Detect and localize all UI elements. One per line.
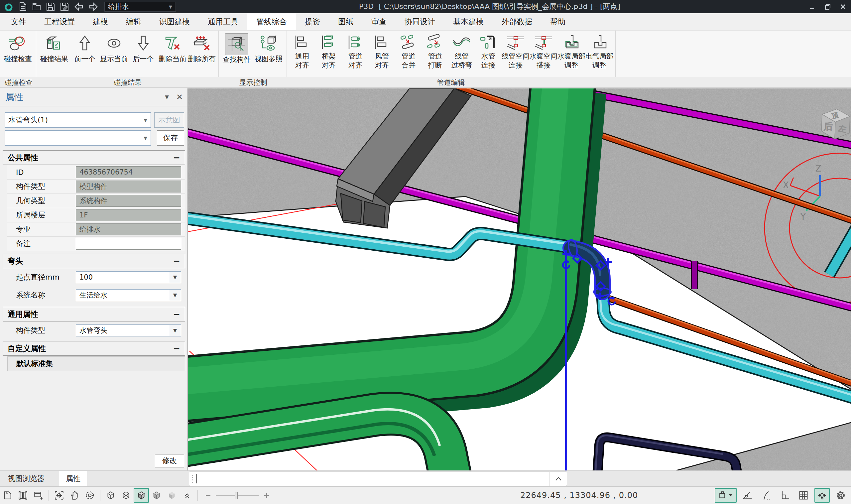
chevron-down-icon[interactable]: ▼	[169, 272, 181, 283]
hvac-space-overlap-button[interactable]: 水暖空间 搭接	[529, 32, 558, 70]
collision-results-button[interactable]: 碰撞结果	[38, 32, 70, 64]
expand-toolbar-icon[interactable]	[180, 488, 195, 503]
new-view-icon[interactable]	[0, 488, 15, 503]
selection-combo[interactable]: 水管弯头(1)▼	[5, 112, 151, 128]
default-standard-set-row[interactable]: 默认标准集	[7, 356, 185, 371]
start-diameter-combo[interactable]: 100▼	[76, 271, 181, 283]
remark-input[interactable]	[76, 238, 181, 250]
close-button[interactable]	[840, 3, 846, 10]
standard-set-combo[interactable]: ▼	[5, 130, 151, 146]
general-align-button[interactable]: 通用 对齐	[289, 32, 315, 70]
view-shaded-icon[interactable]	[149, 488, 164, 503]
section-common-properties[interactable]: 公共属性−	[3, 150, 185, 165]
ortho-mode-icon[interactable]	[777, 488, 793, 503]
hvac-local-adjust-button[interactable]: 水暖局部 调整	[558, 32, 585, 70]
view-cube-front-label[interactable]: 后	[823, 121, 833, 132]
delete-current-button[interactable]: 删除当前	[158, 32, 187, 64]
grid-display-icon[interactable]	[796, 488, 811, 503]
menu-review[interactable]: 审查	[362, 13, 396, 30]
view-hidden-line-icon[interactable]	[118, 488, 134, 503]
pan-icon[interactable]	[67, 488, 82, 503]
menu-file[interactable]: 文件	[2, 13, 35, 30]
previous-collision-button[interactable]: 前一个	[70, 32, 99, 64]
pipe-align-button[interactable]: 管道 对齐	[342, 32, 369, 70]
system-name-combo[interactable]: 生活给水▼	[76, 289, 181, 301]
tab-properties[interactable]: 属性	[59, 471, 87, 486]
duct-align-button[interactable]: 风管 对齐	[369, 32, 395, 70]
menu-project-settings[interactable]: 工程设置	[35, 13, 84, 30]
settings-gear-icon[interactable]	[833, 488, 848, 503]
object-snap-tracking-icon[interactable]	[759, 488, 774, 503]
section-general-properties[interactable]: 通用属性−	[3, 307, 185, 322]
command-expand-button[interactable]	[549, 472, 567, 486]
tab-view-browser[interactable]: 视图浏览器	[1, 471, 51, 486]
section-elbow[interactable]: 弯头−	[3, 254, 185, 268]
zoom-slider-thumb[interactable]	[235, 492, 238, 499]
save-icon[interactable]	[46, 2, 55, 11]
pipe-break-button[interactable]: 管道 打断	[422, 32, 449, 70]
electrical-local-adjust-button[interactable]: 电气局部 调整	[585, 32, 613, 70]
save-button[interactable]: 保存	[157, 130, 184, 146]
view-cube-side-label[interactable]: 左	[838, 124, 847, 134]
section-custom-properties[interactable]: 自定义属性−	[3, 341, 185, 356]
open-file-icon[interactable]	[32, 2, 41, 11]
chevron-down-icon[interactable]: ▼	[169, 290, 181, 301]
collapse-minus-icon[interactable]: −	[173, 152, 180, 163]
modify-button[interactable]: 修改	[155, 454, 184, 467]
menu-help[interactable]: 帮助	[541, 13, 575, 30]
polar-tracking-icon[interactable]	[740, 488, 755, 503]
collapse-minus-icon[interactable]: −	[173, 256, 180, 266]
menu-mep-coordination[interactable]: 管线综合	[247, 13, 296, 30]
command-bar-grip[interactable]	[189, 475, 195, 483]
zoom-extents-icon[interactable]	[52, 488, 67, 503]
menu-drawing-modeling[interactable]: 识图建模	[150, 13, 199, 30]
restore-button[interactable]	[825, 3, 831, 10]
water-pipe-connect-button[interactable]: 水管 连接	[475, 32, 502, 70]
component-type-combo[interactable]: 水管弯头▼	[76, 324, 181, 337]
collision-check-button[interactable]: 碰撞检查	[2, 32, 34, 64]
orbit-icon[interactable]	[82, 488, 97, 503]
view-wireframe-icon[interactable]	[103, 488, 118, 503]
redo-icon[interactable]	[88, 2, 98, 11]
new-file-icon[interactable]	[19, 2, 27, 11]
collapse-minus-icon[interactable]: −	[173, 343, 180, 354]
menu-modeling[interactable]: 建模	[84, 13, 117, 30]
conduit-bridge-bend-button[interactable]: 线管 过桥弯	[449, 32, 475, 70]
save-as-icon[interactable]	[60, 2, 69, 11]
view-reference-button[interactable]: 视图参照	[253, 32, 285, 64]
snap-mode-button[interactable]	[715, 488, 737, 503]
menu-external-data[interactable]: 外部数据	[493, 13, 541, 30]
menu-common-tools[interactable]: 通用工具	[199, 13, 247, 30]
menu-collaboration[interactable]: 协同设计	[396, 13, 444, 30]
tile-views-icon[interactable]	[15, 488, 31, 503]
collapse-minus-icon[interactable]: −	[173, 309, 180, 319]
zoom-out-button[interactable]	[200, 488, 216, 503]
minimize-button[interactable]	[809, 3, 816, 10]
zoom-slider[interactable]	[216, 495, 259, 496]
menu-sheets[interactable]: 图纸	[329, 13, 362, 30]
view-realistic-icon[interactable]	[164, 488, 180, 503]
chevron-down-icon[interactable]: ▼	[169, 325, 181, 336]
panel-collapse-icon[interactable]: ▼	[165, 94, 169, 100]
profession-selector[interactable]: 给排水 ▼	[104, 2, 176, 12]
command-bar[interactable]	[189, 471, 567, 486]
conduit-space-connect-button[interactable]: 线管空间 连接	[502, 32, 529, 70]
undo-icon[interactable]	[74, 2, 84, 11]
add-view-icon[interactable]	[31, 488, 46, 503]
show-current-button[interactable]: 显示当前	[99, 32, 129, 64]
menu-basic-modeling[interactable]: 基本建模	[444, 13, 493, 30]
pipe-merge-button[interactable]: 管道 合并	[395, 32, 422, 70]
schematic-button[interactable]: 示意图	[154, 112, 184, 128]
view-shaded-edges-icon[interactable]	[134, 488, 149, 503]
delete-all-button[interactable]: 删除所有	[187, 32, 216, 64]
viewport-3d[interactable]: X Y Z	[188, 88, 851, 470]
object-snap-icon[interactable]	[814, 488, 830, 503]
zoom-in-button[interactable]	[259, 488, 274, 503]
command-input[interactable]	[197, 472, 549, 486]
find-component-button[interactable]: 查找构件	[221, 32, 253, 64]
tray-align-button[interactable]: 桥架 对齐	[315, 32, 342, 70]
panel-close-icon[interactable]: ✕	[176, 92, 183, 102]
menu-deliverables[interactable]: 提资	[296, 13, 329, 30]
menu-edit[interactable]: 编辑	[117, 13, 150, 30]
next-collision-button[interactable]: 后一个	[129, 32, 158, 64]
